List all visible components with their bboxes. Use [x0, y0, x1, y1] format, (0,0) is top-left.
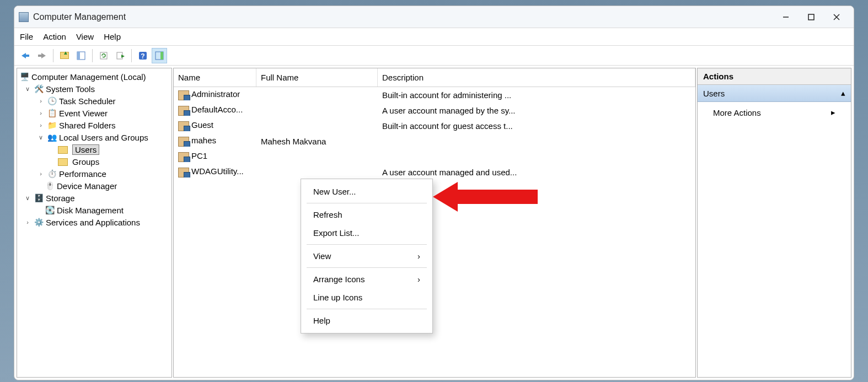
tree-label-selected: Users [72, 144, 99, 155]
ctx-line-up-icons[interactable]: Line up Icons [301, 288, 432, 306]
tree-system-tools[interactable]: ∨ 🛠️ System Tools [18, 83, 170, 95]
collapse-icon[interactable]: ∨ [37, 134, 45, 141]
cell-desc: Built-in account for administering ... [378, 90, 695, 100]
back-button[interactable] [18, 48, 33, 63]
forward-button[interactable] [34, 48, 50, 63]
toolbar: ▲ ? [14, 46, 854, 66]
collapse-up-icon: ▴ [841, 88, 845, 98]
annotation-arrow-icon [433, 177, 543, 216]
collapse-icon[interactable]: ∨ [24, 195, 31, 202]
expand-icon[interactable]: › [24, 219, 31, 225]
cell-fullname: Mahesh Makvana [256, 137, 378, 146]
tree-users[interactable]: Users [18, 143, 170, 156]
tree-performance[interactable]: › ⏱️ Performance [18, 168, 170, 180]
ctx-arrange-icons[interactable]: Arrange Icons› [301, 270, 432, 288]
tree-shared-folders[interactable]: › 📁 Shared Folders [18, 119, 170, 131]
content-area: 🖥️ Computer Management (Local) ∨ 🛠️ Syst… [14, 66, 854, 380]
user-icon [178, 90, 189, 100]
cell-name: Administrator [191, 89, 240, 99]
show-hide-tree-button[interactable] [73, 48, 89, 63]
disk-icon: 💽 [45, 205, 55, 215]
ctx-label: Help [313, 316, 330, 325]
expand-icon[interactable]: › [37, 122, 45, 128]
tree-label: Computer Management (Local) [31, 72, 146, 82]
menu-action[interactable]: Action [43, 32, 66, 41]
submenu-arrow-icon: ▸ [831, 107, 835, 117]
tree-label: Performance [59, 169, 106, 179]
main-pane[interactable]: Name Full Name Description Administrator… [173, 68, 696, 378]
tree-device-manager[interactable]: 🖱️ Device Manager [18, 180, 170, 192]
col-fullname[interactable]: Full Name [256, 68, 378, 87]
menu-file[interactable]: File [20, 32, 33, 41]
users-groups-icon: 👥 [47, 132, 57, 142]
user-icon [178, 152, 189, 162]
tree-label: Shared Folders [59, 121, 116, 130]
maximize-button[interactable] [799, 8, 824, 26]
cell-desc: A user account managed by the sy... [378, 106, 695, 115]
tree-label: Task Scheduler [59, 96, 116, 106]
ctx-export-list[interactable]: Export List... [301, 224, 432, 242]
tree-label: Disk Management [57, 206, 124, 215]
menu-view[interactable]: View [76, 32, 94, 41]
shared-folders-icon: 📁 [47, 120, 57, 130]
submenu-arrow-icon: › [417, 275, 420, 284]
tree-services-apps[interactable]: › ⚙️ Services and Applications [18, 216, 170, 228]
user-row[interactable]: Administrator Built-in account for admin… [174, 87, 695, 103]
svg-text:?: ? [141, 52, 144, 60]
tree-pane[interactable]: 🖥️ Computer Management (Local) ∨ 🛠️ Syst… [17, 68, 172, 378]
refresh-button[interactable] [96, 48, 111, 63]
collapse-icon[interactable]: ∨ [24, 85, 31, 93]
tree-label: Storage [46, 193, 75, 203]
tree-groups[interactable]: Groups [18, 156, 170, 168]
context-menu: New User... Refresh Export List... View›… [301, 179, 433, 333]
actions-users-label: Users [703, 89, 725, 98]
tree-label: Services and Applications [46, 218, 140, 227]
performance-icon: ⏱️ [47, 169, 57, 179]
ctx-help[interactable]: Help [301, 311, 432, 330]
separator [307, 267, 427, 268]
ctx-new-user[interactable]: New User... [301, 182, 432, 201]
tree-label: Local Users and Groups [59, 133, 148, 142]
cell-name: Guest [191, 120, 213, 130]
col-description[interactable]: Description [378, 68, 695, 87]
menu-help[interactable]: Help [104, 32, 121, 41]
tree-storage[interactable]: ∨ 🗄️ Storage [18, 192, 170, 204]
svg-marker-15 [433, 182, 538, 212]
folder-icon [58, 146, 68, 154]
user-row[interactable]: WDAGUtility... A user account managed an… [174, 164, 695, 180]
tree-root[interactable]: 🖥️ Computer Management (Local) [18, 71, 170, 83]
col-name[interactable]: Name [174, 68, 256, 87]
tree-task-scheduler[interactable]: › 🕒 Task Scheduler [18, 95, 170, 107]
user-row[interactable]: Guest Built-in account for guest access … [174, 118, 695, 133]
tree-label: Device Manager [57, 181, 117, 191]
tree-event-viewer[interactable]: › 📋 Event Viewer [18, 107, 170, 119]
export-list-button[interactable] [112, 48, 128, 63]
expand-icon[interactable]: › [37, 170, 45, 177]
tree-local-users-groups[interactable]: ∨ 👥 Local Users and Groups [18, 131, 170, 143]
ctx-view[interactable]: View› [301, 247, 432, 265]
show-hide-action-pane-button[interactable] [152, 48, 167, 63]
actions-more-actions[interactable]: More Actions ▸ [698, 102, 851, 123]
cell-name: mahes [191, 136, 216, 145]
minimize-button[interactable] [773, 8, 799, 26]
device-manager-icon: 🖱️ [45, 181, 55, 191]
actions-pane: Actions Users ▴ More Actions ▸ [697, 68, 851, 378]
user-icon [178, 168, 189, 177]
separator [307, 244, 427, 245]
user-row[interactable]: PC1 [174, 149, 695, 164]
computer-management-icon: 🖥️ [19, 72, 29, 82]
actions-users-section[interactable]: Users ▴ [698, 85, 851, 102]
user-row[interactable]: mahes Mahesh Makvana [174, 133, 695, 149]
user-row[interactable]: DefaultAcco... A user account managed by… [174, 103, 695, 118]
help-button[interactable]: ? [135, 48, 151, 63]
up-folder-button[interactable]: ▲ [57, 48, 72, 63]
close-button[interactable] [824, 8, 849, 26]
expand-icon[interactable]: › [37, 110, 45, 116]
svg-rect-1 [808, 14, 814, 20]
svg-marker-10 [121, 55, 125, 58]
ctx-label: Line up Icons [313, 293, 362, 302]
ctx-refresh[interactable]: Refresh [301, 206, 432, 224]
tree-disk-management[interactable]: 💽 Disk Management [18, 204, 170, 216]
expand-icon[interactable]: › [37, 98, 45, 104]
svg-marker-4 [22, 53, 29, 58]
